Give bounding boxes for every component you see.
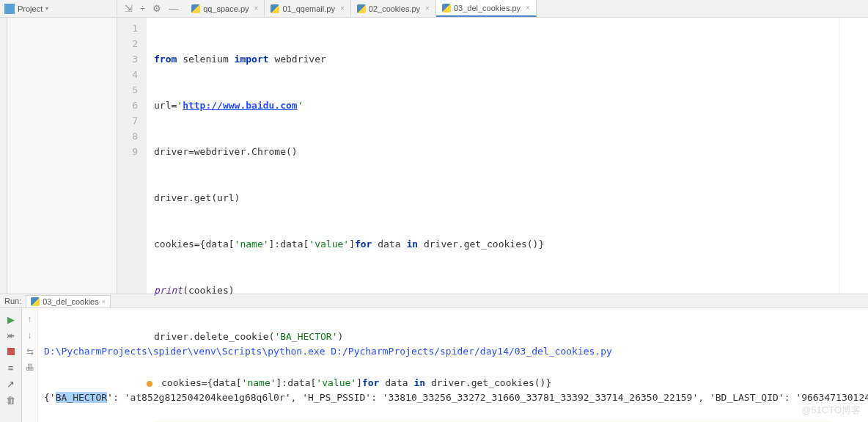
wrap-icon[interactable]: ⇆ <box>22 343 37 360</box>
project-icon <box>4 4 15 14</box>
main-area: 1 2 3 4 5 6 7 8 9 from selenium import w… <box>0 18 868 294</box>
python-icon <box>357 4 366 13</box>
project-tree-area[interactable] <box>7 18 117 294</box>
watermark: @51CTO博客 <box>801 402 861 418</box>
top-bar: Project ▾ ⇲ ÷ ⚙ — qq_space.py× 01_qqemai… <box>0 0 868 18</box>
down-icon[interactable]: ↓ <box>22 327 37 343</box>
layout-icon[interactable]: ≡ <box>0 360 21 376</box>
project-toolbar: ⇲ ÷ ⚙ — <box>117 3 185 14</box>
tab-01-qqemail[interactable]: 01_qqemail.py× <box>265 0 350 17</box>
run-icon[interactable]: ▶ <box>0 311 21 327</box>
pin-icon[interactable]: ↗ <box>0 376 21 392</box>
code-content[interactable]: from selenium import webdriver url='http… <box>147 18 839 294</box>
run-config-tab[interactable]: 03_del_cookies × <box>26 295 111 308</box>
console-panel: ▶ ⤕ ≡ ↗ 🗑 ↑ ↓ ⇆ 🖶 D:\PycharmProjects\spi… <box>0 308 868 422</box>
debug-icon[interactable]: ⤕ <box>0 327 21 343</box>
project-panel-header[interactable]: Project ▾ <box>0 0 117 17</box>
expand-icon[interactable]: ⇲ <box>125 3 133 14</box>
line-gutter: 1 2 3 4 5 6 7 8 9 <box>117 18 147 294</box>
python-icon <box>31 297 40 306</box>
stop-icon[interactable] <box>0 343 21 360</box>
trash-icon[interactable]: 🗑 <box>0 392 21 408</box>
chevron-down-icon: ▾ <box>45 5 48 12</box>
close-icon[interactable]: × <box>102 298 106 305</box>
close-icon[interactable]: × <box>340 4 345 12</box>
left-gutter-strip <box>0 18 7 294</box>
tab-02-cookies[interactable]: 02_cookies.py× <box>351 0 436 17</box>
up-icon[interactable]: ↑ <box>22 311 37 327</box>
console-toolbar-sub: ↑ ↓ ⇆ 🖶 <box>22 308 38 422</box>
tab-03-del-cookies[interactable]: 03_del_cookies.py× <box>436 0 537 17</box>
editor-tabs: qq_space.py× 01_qqemail.py× 02_cookies.p… <box>185 0 868 17</box>
console-toolbar-main: ▶ ⤕ ≡ ↗ 🗑 <box>0 308 22 422</box>
hide-icon[interactable]: — <box>169 3 178 14</box>
python-icon <box>191 4 200 13</box>
run-label: Run: <box>4 297 21 305</box>
collapse-icon[interactable]: ÷ <box>140 3 145 14</box>
console-output[interactable]: D:\PycharmProjects\spider\venv\Scripts\p… <box>38 308 868 422</box>
tab-qq-space[interactable]: qq_space.py× <box>185 0 265 17</box>
close-icon[interactable]: × <box>254 4 259 12</box>
python-icon <box>271 4 279 13</box>
gear-icon[interactable]: ⚙ <box>152 3 161 14</box>
close-icon[interactable]: × <box>526 4 530 12</box>
editor-right-margin <box>839 18 868 294</box>
close-icon[interactable]: × <box>425 4 430 12</box>
project-label: Project <box>18 4 43 13</box>
print-icon[interactable]: 🖶 <box>22 360 37 376</box>
editor: 1 2 3 4 5 6 7 8 9 from selenium import w… <box>117 18 868 294</box>
python-icon <box>442 4 451 12</box>
